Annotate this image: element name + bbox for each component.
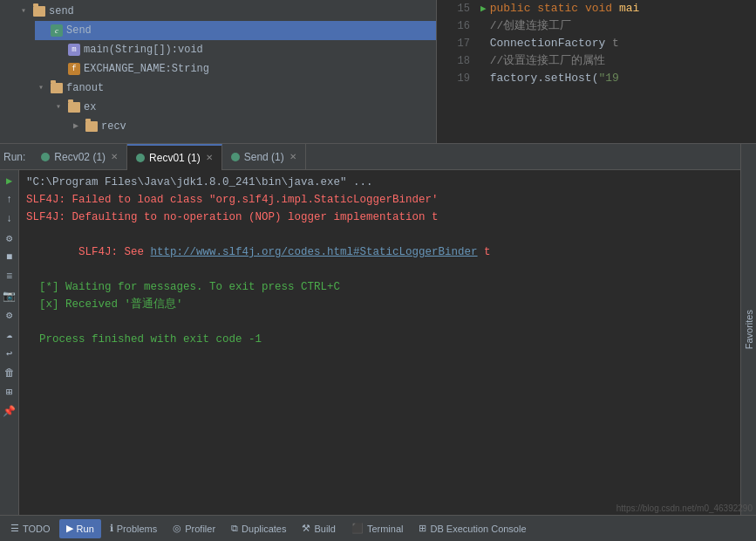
tab-label-send: Send (1) — [244, 151, 284, 163]
up-button[interactable]: ↑ — [3, 193, 17, 207]
list-button[interactable]: ≡ — [3, 270, 17, 284]
db-label: DB Execution Console — [430, 524, 526, 534]
console-line-7: Process finished with exit code -1 — [26, 331, 749, 348]
slf4j-link[interactable]: http://www.slf4j.org/codes.html#StaticLo… — [151, 246, 478, 258]
console-line-6: [x] Received '普通信息' — [26, 296, 749, 313]
tree-arrow-ex: ▾ — [56, 99, 66, 115]
console-line-5: [*] Waiting for messages. To exit press … — [26, 278, 749, 296]
tree-item-fanout[interactable]: ▾ fanout — [35, 79, 436, 98]
run-label: Run: — [3, 151, 25, 163]
grid-button[interactable]: ⊞ — [3, 385, 17, 399]
top-area: ▾ send c Send m main(String[]):void f EX… — [0, 0, 756, 144]
slf4j-prefix: SLF4J: See — [78, 246, 151, 258]
bottom-build[interactable]: ⚒ Build — [295, 519, 342, 538]
line-arrow-19: ▶ — [480, 70, 487, 87]
favorites-sidebar[interactable]: Favorites — [740, 144, 756, 515]
bottom-problems[interactable]: ℹ Problems — [103, 519, 164, 538]
code-line-17: 17 ▶ ConnectionFactory t — [437, 35, 756, 52]
code-text-15: public static void mai — [490, 0, 640, 17]
code-line-15: 15 ▶ public static void mai — [437, 0, 756, 17]
down-button[interactable]: ↓ — [3, 212, 17, 226]
tree-label-recv: recv — [101, 119, 126, 134]
bottom-terminal[interactable]: ⬛ Terminal — [344, 519, 411, 538]
folder-icon-recv — [85, 121, 98, 132]
duplicates-label: Duplicates — [242, 524, 286, 534]
todo-icon: ☰ — [10, 523, 19, 534]
line-num-18: 18 — [444, 52, 470, 70]
run-button[interactable]: ▶ — [3, 174, 17, 188]
line-arrow-17: ▶ — [480, 35, 487, 52]
tree-item-ex[interactable]: ▾ ex — [52, 98, 436, 117]
class-icon-Send: c — [51, 24, 63, 37]
folder-icon-fanout — [51, 83, 63, 93]
tab-send[interactable]: Send (1) ✕ — [222, 144, 306, 170]
gear-button[interactable]: ⚙ — [3, 308, 17, 322]
tree-label-ex: ex — [84, 99, 96, 115]
problems-icon: ℹ — [110, 523, 113, 534]
console-area: ▶ ↑ ↓ ⚙ ■ ≡ 📷 ⚙ ☁ ↩ 🗑 ⊞ 📌 "C:\Program Fi… — [0, 170, 756, 515]
code-line-16: 16 ▶ //创建连接工厂 — [437, 17, 756, 35]
folder-icon-send — [33, 6, 45, 17]
file-tree: ▾ send c Send m main(String[]):void f EX… — [0, 0, 436, 143]
console-toolbar: ▶ ↑ ↓ ⚙ ■ ≡ 📷 ⚙ ☁ ↩ 🗑 ⊞ 📌 — [0, 170, 19, 515]
tab-recv01[interactable]: Recv01 (1) ✕ — [127, 144, 222, 170]
profiler-icon: ◎ — [173, 523, 181, 534]
delete-button[interactable]: 🗑 — [3, 366, 17, 380]
tree-item-main-method[interactable]: m main(String[]):void — [52, 40, 436, 59]
tree-label-Send: Send — [66, 23, 92, 38]
tree-label-main: main(String[]):void — [84, 42, 203, 58]
tabs-bar: Run: Recv02 (1) ✕ Recv01 (1) ✕ Send (1) … — [0, 144, 756, 170]
tree-label-send: send — [49, 3, 74, 19]
tree-item-exchange-field[interactable]: f EXCHANGE_NAME:String — [52, 59, 436, 79]
code-text-16: //创建连接工厂 — [490, 17, 572, 35]
tab-icon-recv01 — [136, 154, 145, 162]
settings-button[interactable]: ⚙ — [3, 231, 17, 245]
tab-recv02[interactable]: Recv02 (1) ✕ — [32, 144, 127, 170]
terminal-icon: ⬛ — [351, 523, 364, 534]
code-line-19: 19 ▶ factory.setHost("19 — [437, 70, 756, 87]
code-panel: 15 ▶ public static void mai 16 ▶ //创建连接工… — [436, 0, 756, 143]
tree-item-Send-class[interactable]: c Send — [35, 21, 436, 40]
tree-item-send[interactable]: ▾ send — [17, 2, 436, 21]
console-line-2: SLF4J: Failed to load class "org.slf4j.i… — [26, 191, 749, 209]
run-icon: ▶ — [66, 523, 73, 534]
tab-close-recv02[interactable]: ✕ — [111, 152, 118, 161]
bottom-todo[interactable]: ☰ TODO — [3, 519, 58, 538]
tab-close-send[interactable]: ✕ — [289, 152, 296, 161]
tab-icon-recv02 — [41, 153, 50, 161]
bottom-duplicates[interactable]: ⧉ Duplicates — [224, 519, 293, 538]
code-text-18: //设置连接工厂的属性 — [490, 52, 606, 70]
terminal-label: Terminal — [367, 524, 404, 534]
folder-icon-ex — [68, 102, 80, 113]
console-empty-1 — [26, 313, 749, 331]
tree-label-fanout: fanout — [66, 80, 104, 96]
line-num-16: 16 — [444, 17, 470, 35]
tree-label-exchange: EXCHANGE_NAME:String — [84, 61, 209, 77]
favorites-label: Favorites — [744, 310, 754, 349]
console-line-1: "C:\Program Files\Java\jdk1.8.0_241\bin\… — [26, 174, 749, 191]
tree-arrow-fanout: ▾ — [38, 80, 49, 96]
field-icon-exchange: f — [68, 63, 80, 75]
upload-button[interactable]: ☁ — [3, 327, 17, 341]
pin-button[interactable]: 📌 — [3, 404, 17, 418]
tab-label-recv01: Recv01 (1) — [149, 152, 201, 164]
tree-item-recv[interactable]: ▶ recv — [70, 117, 436, 136]
bottom-profiler[interactable]: ◎ Profiler — [166, 519, 222, 538]
build-icon: ⚒ — [302, 523, 310, 534]
bottom-run[interactable]: ▶ Run — [59, 519, 101, 538]
line-num-19: 19 — [444, 70, 470, 87]
run-area: Run: Recv02 (1) ✕ Recv01 (1) ✕ Send (1) … — [0, 144, 756, 515]
back-button[interactable]: ↩ — [3, 346, 17, 360]
stop-button[interactable]: ■ — [3, 250, 17, 264]
camera-button[interactable]: 📷 — [3, 289, 17, 303]
tab-label-recv02: Recv02 (1) — [54, 151, 106, 163]
tab-close-recv01[interactable]: ✕ — [206, 153, 213, 162]
watermark: https://blog.csdn.net/m0_46392290 — [616, 503, 753, 513]
bottom-db[interactable]: ⊞ DB Execution Console — [412, 519, 533, 538]
console-output[interactable]: "C:\Program Files\Java\jdk1.8.0_241\bin\… — [19, 170, 756, 515]
line-arrow-15: ▶ — [480, 0, 487, 17]
build-label: Build — [314, 524, 335, 534]
code-text-19: factory.setHost("19 — [490, 70, 619, 87]
problems-label: Problems — [117, 524, 157, 534]
code-text-17: ConnectionFactory t — [490, 35, 619, 52]
